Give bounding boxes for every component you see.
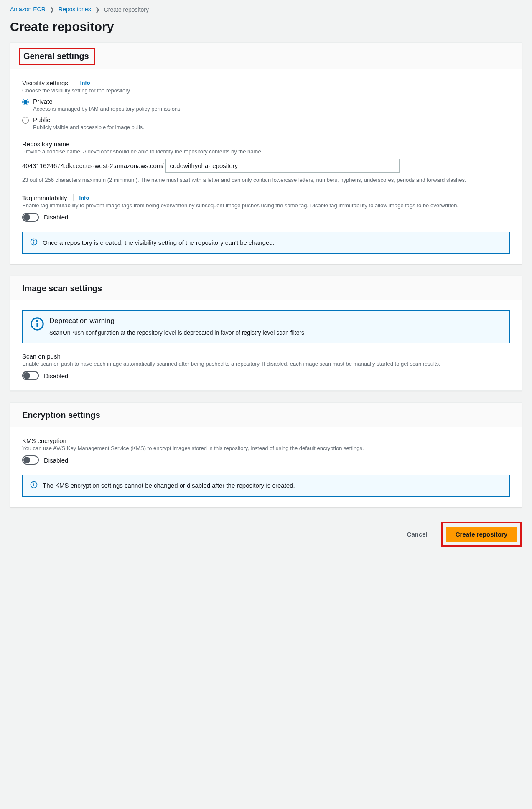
encryption-panel: Encryption settings KMS encryption You c…	[10, 402, 522, 507]
deprecation-text: ScanOnPush configuration at the reposito…	[49, 328, 306, 337]
info-icon	[30, 317, 44, 332]
kms-group: KMS encryption You can use AWS Key Manag…	[22, 437, 510, 465]
deprecation-title: Deprecation warning	[49, 317, 306, 325]
info-icon	[30, 481, 38, 490]
general-settings-panel: General settings Visibility settings Inf…	[10, 42, 522, 264]
kms-label: KMS encryption	[22, 437, 510, 444]
separator	[74, 80, 74, 86]
svg-point-2	[33, 240, 34, 240]
kms-state: Disabled	[44, 457, 68, 464]
image-scan-panel: Image scan settings Deprecation warning …	[10, 276, 522, 391]
visibility-alert-text: Once a repository is created, the visibi…	[43, 238, 275, 248]
deprecation-alert: Deprecation warning ScanOnPush configura…	[22, 310, 510, 343]
tag-immutability-label: Tag immutability	[22, 194, 67, 201]
svg-point-5	[37, 321, 38, 321]
visibility-public-desc: Publicly visible and accessible for imag…	[33, 124, 144, 130]
visibility-group: Visibility settings Info Choose the visi…	[22, 79, 510, 130]
info-icon	[30, 238, 38, 247]
scan-on-push-label: Scan on push	[22, 353, 510, 360]
scan-on-push-group: Scan on push Enable scan on push to have…	[22, 353, 510, 380]
repo-name-input[interactable]	[165, 159, 400, 173]
chevron-right-icon: ❯	[95, 6, 100, 13]
visibility-private-desc: Access is managed by IAM and repository …	[33, 106, 182, 112]
image-scan-heading: Image scan settings	[22, 284, 102, 293]
visibility-alert: Once a repository is created, the visibi…	[22, 232, 510, 254]
breadcrumb-root[interactable]: Amazon ECR	[10, 6, 46, 13]
tag-immutability-info-link[interactable]: Info	[79, 195, 89, 201]
visibility-desc: Choose the visibility setting for the re…	[22, 87, 510, 94]
tag-immutability-desc: Enable tag immutability to prevent image…	[22, 202, 510, 209]
kms-alert-text: The KMS encryption settings cannot be ch…	[43, 481, 295, 491]
svg-point-8	[33, 483, 34, 483]
repo-name-desc: Provide a concise name. A developer shou…	[22, 148, 510, 155]
tag-immutability-toggle[interactable]	[22, 213, 39, 222]
breadcrumb-current: Create repository	[104, 6, 149, 13]
encryption-heading: Encryption settings	[22, 410, 100, 420]
page-title: Create repository	[10, 20, 522, 34]
kms-desc: You can use AWS Key Management Service (…	[22, 445, 510, 451]
visibility-private-radio[interactable]	[22, 99, 29, 105]
visibility-label: Visibility settings	[22, 79, 68, 86]
tag-immutability-group: Tag immutability Info Enable tag immutab…	[22, 194, 510, 222]
cancel-button[interactable]: Cancel	[400, 527, 434, 542]
visibility-info-link[interactable]: Info	[80, 80, 90, 86]
visibility-public-label: Public	[33, 116, 144, 123]
visibility-public-radio[interactable]	[22, 117, 29, 124]
breadcrumb-repositories[interactable]: Repositories	[59, 6, 91, 13]
kms-toggle[interactable]	[22, 455, 39, 465]
scan-on-push-state: Disabled	[44, 372, 68, 379]
visibility-private-label: Private	[33, 98, 182, 105]
repo-name-prefix: 404311624674.dkr.ecr.us-west-2.amazonaws…	[22, 162, 165, 169]
breadcrumb: Amazon ECR ❯ Repositories ❯ Create repos…	[10, 4, 522, 20]
actions-row: Cancel Create repository	[10, 519, 522, 547]
kms-alert: The KMS encryption settings cannot be ch…	[22, 475, 510, 497]
separator	[73, 194, 74, 201]
general-settings-heading: General settings	[23, 51, 89, 61]
create-repository-button[interactable]: Create repository	[446, 527, 517, 542]
chevron-right-icon: ❯	[50, 6, 54, 13]
repo-name-group: Repository name Provide a concise name. …	[22, 140, 510, 184]
highlight-create-repository: Create repository	[441, 522, 522, 547]
repo-name-label: Repository name	[22, 140, 510, 148]
scan-on-push-desc: Enable scan on push to have each image a…	[22, 361, 510, 367]
scan-on-push-toggle[interactable]	[22, 371, 39, 380]
tag-immutability-state: Disabled	[44, 214, 68, 221]
highlight-general-settings: General settings	[19, 48, 95, 65]
repo-name-hint: 23 out of 256 characters maximum (2 mini…	[22, 176, 510, 184]
